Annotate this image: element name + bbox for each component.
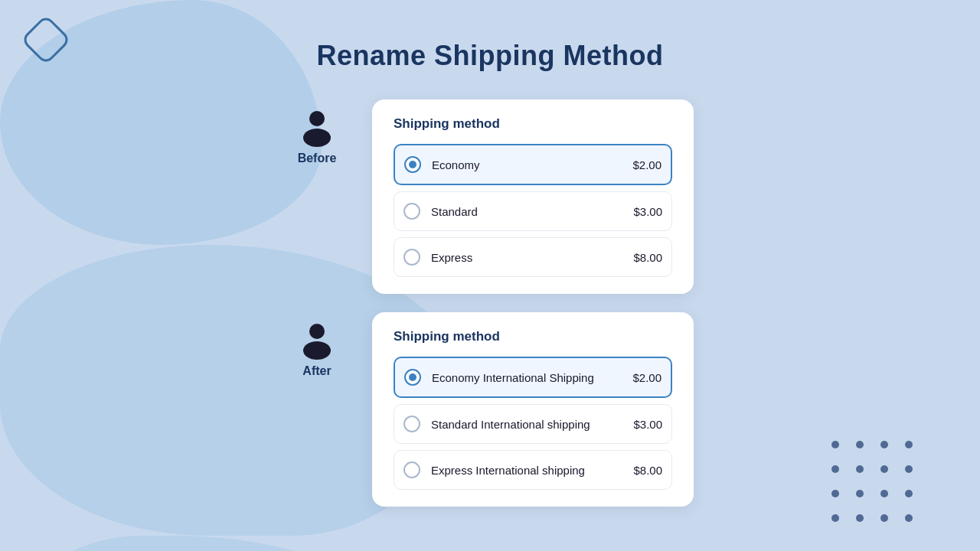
before-label: Before	[298, 152, 337, 165]
bg-blob-3	[0, 536, 383, 551]
before-option-express[interactable]: Express $8.00	[394, 237, 672, 277]
before-option-standard-price: $3.00	[633, 205, 662, 218]
before-option-economy-price: $2.00	[632, 158, 662, 171]
before-radio-standard[interactable]	[403, 203, 420, 220]
before-option-economy-left: Economy	[404, 156, 480, 173]
page-title: Rename Shipping Method	[0, 40, 980, 72]
before-section: Before Shipping method Economy $2.00 Sta…	[286, 99, 694, 294]
after-option-standard-intl[interactable]: Standard International shipping $3.00	[394, 404, 672, 444]
after-option-standard-intl-left: Standard International shipping	[403, 416, 590, 432]
svg-point-1	[309, 111, 325, 126]
after-card-title: Shipping method	[394, 329, 672, 344]
svg-point-3	[309, 324, 325, 339]
after-option-standard-intl-label: Standard International shipping	[431, 418, 590, 431]
before-option-express-label: Express	[431, 251, 472, 264]
after-option-economy-intl-price: $2.00	[632, 371, 662, 384]
after-option-standard-intl-price: $3.00	[633, 418, 662, 431]
after-section: After Shipping method Economy Internatio…	[286, 312, 694, 507]
before-card: Shipping method Economy $2.00 Standard $…	[372, 99, 694, 294]
after-radio-economy-intl[interactable]	[404, 369, 421, 386]
after-option-economy-intl[interactable]: Economy International Shipping $2.00	[394, 357, 672, 398]
before-option-economy[interactable]: Economy $2.00	[394, 144, 672, 185]
before-option-standard[interactable]: Standard $3.00	[394, 191, 672, 231]
after-card: Shipping method Economy International Sh…	[372, 312, 694, 507]
after-label: After	[302, 364, 331, 378]
before-option-standard-left: Standard	[403, 203, 478, 220]
before-radio-express[interactable]	[403, 249, 420, 266]
after-avatar-icon	[296, 318, 338, 360]
after-radio-standard-intl[interactable]	[403, 416, 420, 432]
after-option-economy-intl-label: Economy International Shipping	[432, 371, 594, 384]
before-option-express-left: Express	[403, 249, 472, 266]
svg-point-2	[303, 129, 331, 147]
after-option-express-intl-price: $8.00	[633, 464, 662, 477]
main-content: Before Shipping method Economy $2.00 Sta…	[0, 99, 980, 525]
after-option-express-intl-left: Express International shipping	[403, 461, 585, 478]
before-radio-economy[interactable]	[404, 156, 421, 173]
before-option-express-price: $8.00	[633, 251, 662, 264]
after-radio-express-intl[interactable]	[403, 461, 420, 478]
after-option-express-intl-label: Express International shipping	[431, 464, 585, 477]
before-option-standard-label: Standard	[431, 205, 478, 218]
before-option-economy-label: Economy	[432, 158, 480, 171]
after-option-economy-intl-left: Economy International Shipping	[404, 369, 594, 386]
svg-point-4	[303, 341, 331, 360]
before-card-title: Shipping method	[394, 116, 672, 132]
after-avatar-col: After	[286, 312, 348, 378]
before-avatar-col: Before	[286, 99, 348, 165]
after-option-express-intl[interactable]: Express International shipping $8.00	[394, 450, 672, 490]
before-avatar-icon	[296, 106, 338, 147]
